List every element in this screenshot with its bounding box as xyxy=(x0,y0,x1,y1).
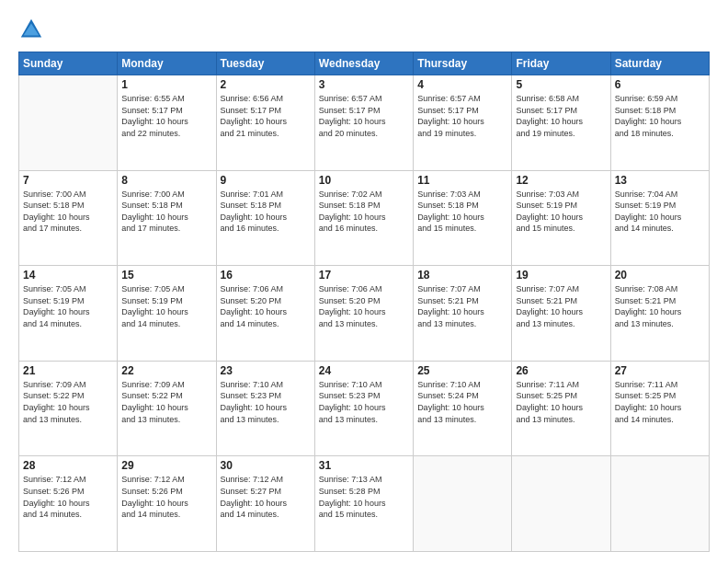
calendar-cell: 25Sunrise: 7:10 AM Sunset: 5:24 PM Dayli… xyxy=(414,361,512,456)
day-info: Sunrise: 7:06 AM Sunset: 5:20 PM Dayligh… xyxy=(221,283,311,329)
calendar-week-row: 1Sunrise: 6:55 AM Sunset: 5:17 PM Daylig… xyxy=(19,75,710,171)
calendar-cell: 27Sunrise: 7:11 AM Sunset: 5:25 PM Dayli… xyxy=(610,361,709,456)
day-number: 12 xyxy=(516,174,606,187)
calendar-cell: 22Sunrise: 7:09 AM Sunset: 5:22 PM Dayli… xyxy=(118,361,216,456)
calendar-cell: 9Sunrise: 7:01 AM Sunset: 5:18 PM Daylig… xyxy=(216,170,314,266)
calendar-cell: 15Sunrise: 7:05 AM Sunset: 5:19 PM Dayli… xyxy=(118,266,216,362)
calendar-cell xyxy=(414,456,512,552)
day-number: 10 xyxy=(319,174,409,187)
day-number: 4 xyxy=(417,78,507,91)
day-info: Sunrise: 7:08 AM Sunset: 5:21 PM Dayligh… xyxy=(615,283,705,329)
logo xyxy=(18,17,48,42)
day-info: Sunrise: 7:00 AM Sunset: 5:18 PM Dayligh… xyxy=(23,189,113,235)
day-number: 21 xyxy=(23,364,113,377)
day-number: 27 xyxy=(615,364,705,377)
calendar-cell: 6Sunrise: 6:59 AM Sunset: 5:18 PM Daylig… xyxy=(610,75,709,171)
calendar-cell: 7Sunrise: 7:00 AM Sunset: 5:18 PM Daylig… xyxy=(19,170,118,266)
day-info: Sunrise: 7:06 AM Sunset: 5:20 PM Dayligh… xyxy=(319,283,409,329)
day-number: 1 xyxy=(121,78,211,91)
calendar-cell: 10Sunrise: 7:02 AM Sunset: 5:18 PM Dayli… xyxy=(314,170,413,266)
day-info: Sunrise: 6:57 AM Sunset: 5:17 PM Dayligh… xyxy=(417,93,507,139)
day-number: 11 xyxy=(417,174,507,187)
day-number: 24 xyxy=(319,364,409,377)
day-number: 16 xyxy=(221,269,311,282)
day-info: Sunrise: 7:10 AM Sunset: 5:24 PM Dayligh… xyxy=(417,379,507,425)
calendar-cell: 18Sunrise: 7:07 AM Sunset: 5:21 PM Dayli… xyxy=(414,266,512,362)
day-number: 5 xyxy=(516,78,606,91)
day-info: Sunrise: 7:09 AM Sunset: 5:22 PM Dayligh… xyxy=(121,379,211,425)
day-info: Sunrise: 7:05 AM Sunset: 5:19 PM Dayligh… xyxy=(121,283,211,329)
calendar-week-row: 28Sunrise: 7:12 AM Sunset: 5:26 PM Dayli… xyxy=(19,456,710,552)
calendar-day-header: Thursday xyxy=(414,52,512,75)
calendar-cell: 19Sunrise: 7:07 AM Sunset: 5:21 PM Dayli… xyxy=(512,266,610,362)
calendar-cell: 3Sunrise: 6:57 AM Sunset: 5:17 PM Daylig… xyxy=(314,75,413,171)
day-info: Sunrise: 7:10 AM Sunset: 5:23 PM Dayligh… xyxy=(221,379,311,425)
day-info: Sunrise: 7:03 AM Sunset: 5:18 PM Dayligh… xyxy=(417,189,507,235)
page: SundayMondayTuesdayWednesdayThursdayFrid… xyxy=(0,0,728,563)
day-info: Sunrise: 6:57 AM Sunset: 5:17 PM Dayligh… xyxy=(319,93,409,139)
day-info: Sunrise: 7:05 AM Sunset: 5:19 PM Dayligh… xyxy=(23,283,113,329)
calendar-cell: 17Sunrise: 7:06 AM Sunset: 5:20 PM Dayli… xyxy=(314,266,413,362)
calendar-cell: 31Sunrise: 7:13 AM Sunset: 5:28 PM Dayli… xyxy=(314,456,413,552)
day-number: 26 xyxy=(516,364,606,377)
calendar-day-header: Monday xyxy=(118,52,216,75)
day-number: 30 xyxy=(221,459,311,472)
day-info: Sunrise: 7:10 AM Sunset: 5:23 PM Dayligh… xyxy=(319,379,409,425)
calendar-cell xyxy=(19,75,118,171)
calendar-cell: 14Sunrise: 7:05 AM Sunset: 5:19 PM Dayli… xyxy=(19,266,118,362)
day-info: Sunrise: 7:12 AM Sunset: 5:26 PM Dayligh… xyxy=(23,474,113,520)
day-info: Sunrise: 7:07 AM Sunset: 5:21 PM Dayligh… xyxy=(516,283,606,329)
header xyxy=(18,17,710,42)
day-info: Sunrise: 7:04 AM Sunset: 5:19 PM Dayligh… xyxy=(615,189,705,235)
day-number: 17 xyxy=(319,269,409,282)
calendar-cell: 12Sunrise: 7:03 AM Sunset: 5:19 PM Dayli… xyxy=(512,170,610,266)
day-number: 9 xyxy=(221,174,311,187)
day-info: Sunrise: 6:58 AM Sunset: 5:17 PM Dayligh… xyxy=(516,93,606,139)
day-info: Sunrise: 7:13 AM Sunset: 5:28 PM Dayligh… xyxy=(319,474,409,520)
day-number: 28 xyxy=(23,459,113,472)
calendar-cell: 28Sunrise: 7:12 AM Sunset: 5:26 PM Dayli… xyxy=(19,456,118,552)
day-number: 22 xyxy=(121,364,211,377)
day-info: Sunrise: 7:09 AM Sunset: 5:22 PM Dayligh… xyxy=(23,379,113,425)
calendar-cell: 29Sunrise: 7:12 AM Sunset: 5:26 PM Dayli… xyxy=(118,456,216,552)
day-number: 18 xyxy=(417,269,507,282)
day-number: 29 xyxy=(121,459,211,472)
calendar-cell xyxy=(512,456,610,552)
calendar-cell: 5Sunrise: 6:58 AM Sunset: 5:17 PM Daylig… xyxy=(512,75,610,171)
day-number: 20 xyxy=(615,269,705,282)
calendar-cell: 4Sunrise: 6:57 AM Sunset: 5:17 PM Daylig… xyxy=(414,75,512,171)
day-number: 6 xyxy=(615,78,705,91)
day-info: Sunrise: 7:01 AM Sunset: 5:18 PM Dayligh… xyxy=(221,189,311,235)
calendar-day-header: Wednesday xyxy=(314,52,413,75)
day-number: 23 xyxy=(221,364,311,377)
day-info: Sunrise: 7:00 AM Sunset: 5:18 PM Dayligh… xyxy=(121,189,211,235)
calendar-cell: 11Sunrise: 7:03 AM Sunset: 5:18 PM Dayli… xyxy=(414,170,512,266)
day-number: 14 xyxy=(23,269,113,282)
calendar-table: SundayMondayTuesdayWednesdayThursdayFrid… xyxy=(18,52,710,552)
calendar-cell: 8Sunrise: 7:00 AM Sunset: 5:18 PM Daylig… xyxy=(118,170,216,266)
day-info: Sunrise: 6:56 AM Sunset: 5:17 PM Dayligh… xyxy=(221,93,311,139)
calendar-cell: 26Sunrise: 7:11 AM Sunset: 5:25 PM Dayli… xyxy=(512,361,610,456)
day-info: Sunrise: 7:11 AM Sunset: 5:25 PM Dayligh… xyxy=(615,379,705,425)
calendar-cell: 23Sunrise: 7:10 AM Sunset: 5:23 PM Dayli… xyxy=(216,361,314,456)
day-number: 2 xyxy=(221,78,311,91)
calendar-cell: 30Sunrise: 7:12 AM Sunset: 5:27 PM Dayli… xyxy=(216,456,314,552)
day-info: Sunrise: 6:55 AM Sunset: 5:17 PM Dayligh… xyxy=(121,93,211,139)
calendar-day-header: Friday xyxy=(512,52,610,75)
day-info: Sunrise: 7:02 AM Sunset: 5:18 PM Dayligh… xyxy=(319,189,409,235)
calendar-header-row: SundayMondayTuesdayWednesdayThursdayFrid… xyxy=(19,52,710,75)
calendar-week-row: 7Sunrise: 7:00 AM Sunset: 5:18 PM Daylig… xyxy=(19,170,710,266)
calendar-day-header: Saturday xyxy=(610,52,709,75)
calendar-cell: 20Sunrise: 7:08 AM Sunset: 5:21 PM Dayli… xyxy=(610,266,709,362)
day-info: Sunrise: 7:12 AM Sunset: 5:26 PM Dayligh… xyxy=(121,474,211,520)
day-number: 8 xyxy=(121,174,211,187)
calendar-cell xyxy=(610,456,709,552)
day-number: 15 xyxy=(121,269,211,282)
calendar-cell: 2Sunrise: 6:56 AM Sunset: 5:17 PM Daylig… xyxy=(216,75,314,171)
day-info: Sunrise: 7:12 AM Sunset: 5:27 PM Dayligh… xyxy=(221,474,311,520)
calendar-cell: 21Sunrise: 7:09 AM Sunset: 5:22 PM Dayli… xyxy=(19,361,118,456)
calendar-week-row: 14Sunrise: 7:05 AM Sunset: 5:19 PM Dayli… xyxy=(19,266,710,362)
calendar-day-header: Sunday xyxy=(19,52,118,75)
calendar-cell: 24Sunrise: 7:10 AM Sunset: 5:23 PM Dayli… xyxy=(314,361,413,456)
day-info: Sunrise: 7:03 AM Sunset: 5:19 PM Dayligh… xyxy=(516,189,606,235)
